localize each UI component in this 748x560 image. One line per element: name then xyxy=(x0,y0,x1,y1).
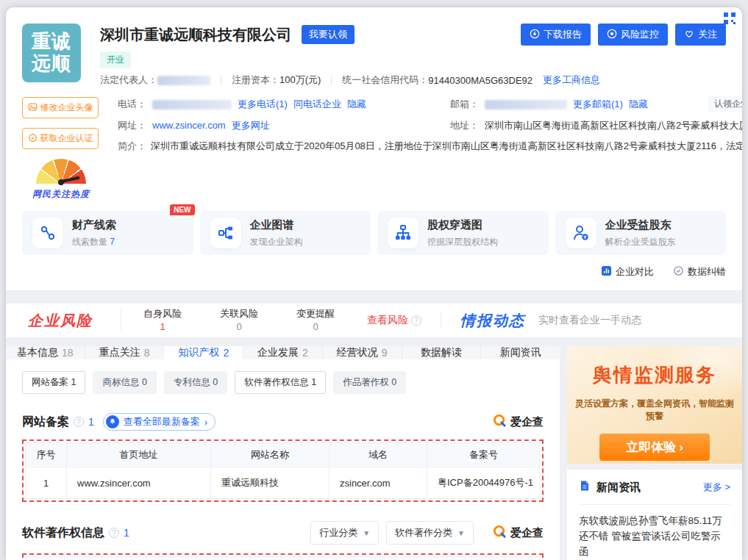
more-phones-link[interactable]: 更多电话(1) xyxy=(238,97,288,112)
logo-text-line2: 远顺 xyxy=(32,53,71,75)
chip-website-filing[interactable]: 网站备案 1 xyxy=(22,371,85,394)
download-icon xyxy=(530,29,540,41)
ad-description: 灵活设置方案，覆盖全网资讯，智能监测预警 xyxy=(567,398,742,423)
feature-card-equity-penetration[interactable]: 股权穿透图 挖掘深层股权结构 xyxy=(377,211,549,255)
heart-icon xyxy=(684,29,694,41)
correction-icon xyxy=(673,265,684,279)
attention-gauge: 网民关注热度 xyxy=(22,159,100,201)
reg-capital-label: 注册资本： xyxy=(232,73,279,87)
company-name: 深圳市重诚远顺科技有限公司 xyxy=(100,25,291,45)
help-icon[interactable]: ? xyxy=(74,417,84,427)
sentiment-monitoring-ad[interactable]: 舆情监测服务 灵活设置方案，覆盖全网资讯，智能监测预警 立即体验 › xyxy=(567,346,742,464)
website-link[interactable]: www.zsincer.com xyxy=(152,118,226,133)
divider xyxy=(331,76,332,85)
ad-title: 舆情监测服务 xyxy=(567,362,742,388)
company-risk-brand: 企业风险 xyxy=(28,311,93,331)
download-report-button[interactable]: 下载报告 xyxy=(521,24,591,46)
more-emails-link[interactable]: 更多邮箱(1) xyxy=(573,97,623,112)
section-count: 1 xyxy=(88,416,94,428)
self-risk-stat[interactable]: 自身风险 1 xyxy=(143,308,182,333)
credit-code-value: 91440300MA5G63DE92 xyxy=(428,75,532,86)
tab-intellectual-property[interactable]: 知识产权2 xyxy=(164,346,243,359)
view-risk-link[interactable]: 查看风险 ? xyxy=(367,314,421,327)
phone-redacted xyxy=(152,100,232,110)
news-more-link[interactable]: 更多 > xyxy=(703,481,730,494)
industry-category-dropdown[interactable]: 行业分类▼ xyxy=(310,521,379,545)
feature-card-beneficial-shareholders[interactable]: 企业受益股东 解析企业受益股东 xyxy=(555,211,727,255)
chevron-down-icon: ▼ xyxy=(363,529,370,537)
picture-icon xyxy=(28,102,38,114)
more-business-info-link[interactable]: 更多工商信息 xyxy=(543,73,600,87)
follow-button[interactable]: 关注 xyxy=(675,24,726,46)
tab-data-interpretation[interactable]: 数据解读 xyxy=(402,346,482,359)
aiqicha-brand: 爱企查 xyxy=(493,414,544,431)
email-redacted xyxy=(485,100,567,110)
website-filing-table: 序号 首页地址 网站名称 域名 备案号 1 www.zsincer.com 重诚… xyxy=(25,442,541,499)
section-title: 网站备案 xyxy=(22,414,69,430)
gauge-label: 网民关注热度 xyxy=(22,188,100,201)
try-now-button[interactable]: 立即体验 › xyxy=(599,434,710,461)
news-panel: 新闻资讯 更多 > 东软载波副总孙雪飞年薪85.11万还不错 管被监管谈话公司吃… xyxy=(567,470,742,560)
tab-basic-info[interactable]: 基本信息18 xyxy=(6,346,85,359)
reg-capital-value: 100万(元) xyxy=(279,73,321,87)
more-websites-link[interactable]: 更多网址 xyxy=(232,118,270,133)
software-copyright-table-highlight: 序号 软件名称 软件简称 版本号 软件著作分类 行业分类 登记日期 操作 1 xyxy=(22,553,544,560)
feature-card-company-graph[interactable]: 企业图谱 发现企业架构 xyxy=(200,211,371,255)
company-profile-page: 重诚 远顺 深圳市重诚远顺科技有限公司 我要认领 下载报告 风险监控 xyxy=(6,7,742,560)
claim-company-button[interactable]: 我要认领 xyxy=(302,25,355,44)
table-row: 1 www.zsincer.com 重诚远顺科技 zsincer.com 粤IC… xyxy=(26,467,541,499)
data-correction-link[interactable]: 数据纠错 xyxy=(673,265,726,279)
tab-operating-status[interactable]: 经营状况9 xyxy=(323,346,402,359)
main-content-card: 基本信息18 重点关注8 知识产权2 企业发展2 经营状况9 数据解读 新闻资讯… xyxy=(6,346,560,560)
risk-summary-bar: 企业风险 自身风险 1 关联风险 0 变更提醒 0 查看风险 ? 情报动态 实时… xyxy=(6,304,742,337)
intro-label: 简介： xyxy=(118,140,146,153)
chip-work-copyright[interactable]: 作品著作权 0 xyxy=(333,371,406,394)
status-badge: 开业 xyxy=(100,51,131,68)
credit-code-label: 统一社会信用代码： xyxy=(342,73,428,87)
logo-text-line1: 重诚 xyxy=(32,31,71,53)
feature-card-property-clues[interactable]: NEW 财产线索 线索数量 7 xyxy=(22,211,193,255)
aiqicha-logo-icon xyxy=(493,525,507,542)
monitor-icon xyxy=(607,29,617,41)
tab-company-development[interactable]: 企业发展2 xyxy=(243,346,323,359)
related-risk-stat[interactable]: 关联风险 0 xyxy=(220,308,258,333)
divider xyxy=(221,76,221,85)
company-logo: 重诚 远顺 xyxy=(22,24,81,82)
hide-email-link[interactable]: 隐藏 xyxy=(629,97,648,112)
legal-rep-redacted xyxy=(157,76,210,85)
help-icon: ? xyxy=(411,315,421,326)
view-all-filings-button[interactable]: 查看全部最新备案 › xyxy=(103,413,216,431)
news-panel-title: 新闻资讯 xyxy=(596,481,641,495)
company-compare-link[interactable]: 企业对比 xyxy=(601,265,654,279)
claim-notice: 认领企业即可编辑信息，去认领 xyxy=(708,96,742,112)
intel-brand: 情报动态 xyxy=(460,311,525,331)
software-category-dropdown[interactable]: 软件著作分类▼ xyxy=(386,521,474,545)
change-reminder-stat[interactable]: 变更提醒 0 xyxy=(296,308,335,333)
address-label: 地址： xyxy=(450,118,479,133)
company-graph-icon xyxy=(210,218,241,248)
section-count: 1 xyxy=(124,527,129,539)
section-tab-bar: 基本信息18 重点关注8 知识产权2 企业发展2 经营状况9 数据解读 新闻资讯 xyxy=(6,346,560,359)
tab-news[interactable]: 新闻资讯 xyxy=(481,346,560,359)
tab-key-focus[interactable]: 重点关注8 xyxy=(85,346,165,359)
hide-phone-link[interactable]: 隐藏 xyxy=(347,97,366,112)
aiqicha-logo-icon xyxy=(493,414,507,431)
property-clues-icon xyxy=(32,218,63,248)
right-sidebar: 舆情监测服务 灵活设置方案，覆盖全网资讯，智能监测预警 立即体验 › xyxy=(567,346,742,560)
chip-software-copyright[interactable]: 软件著作权信息 1 xyxy=(235,371,326,394)
email-label: 邮箱： xyxy=(450,97,479,112)
help-icon[interactable]: ? xyxy=(109,528,119,538)
same-phone-companies-link[interactable]: 同电话企业 xyxy=(293,97,341,112)
intel-description: 实时查看企业一手动态 xyxy=(538,314,641,327)
chip-patent[interactable]: 专利信息 0 xyxy=(164,371,227,394)
chip-trademark[interactable]: 商标信息 0 xyxy=(93,371,156,394)
legal-rep-label: 法定代表人： xyxy=(100,73,157,87)
company-header-card: 重诚 远顺 深圳市重诚远顺科技有限公司 我要认领 下载报告 风险监控 xyxy=(6,7,742,290)
edit-avatar-button[interactable]: 修改企业头像 xyxy=(22,97,99,118)
website-filing-table-highlight: 序号 首页地址 网站名称 域名 备案号 1 www.zsincer.com 重诚… xyxy=(22,439,544,502)
news-item[interactable]: 东软载波副总孙雪飞年薪85.11万还不错 管被监管谈话公司吃警示函 新浪网 20… xyxy=(579,505,730,560)
address-value: 深圳市南山区粤海街道高新区社区科技南八路2号豪威科技大厦... xyxy=(485,118,742,133)
software-copyright-table: 序号 软件名称 软件简称 版本号 软件著作分类 行业分类 登记日期 操作 1 xyxy=(25,556,541,560)
risk-monitor-button[interactable]: 风险监控 xyxy=(598,24,668,46)
get-certification-button[interactable]: 获取企业认证 xyxy=(22,128,99,149)
